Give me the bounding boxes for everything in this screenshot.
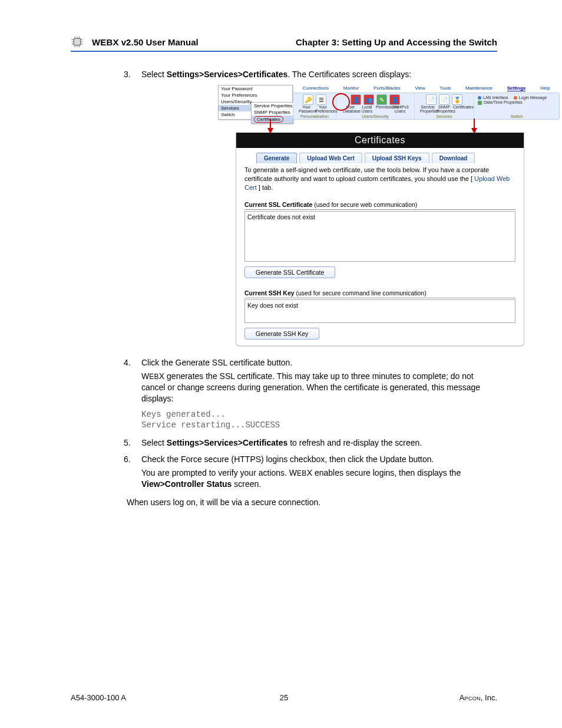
footer-company: Apcon, Inc. — [459, 693, 497, 702]
ssh-section-header: Current SSH Key (used for secure command… — [244, 289, 515, 298]
page-header: WEBX v2.50 User Manual Chapter 3: Settin… — [71, 35, 497, 52]
step-4: 4. Click the Generate SSL certificate bu… — [141, 358, 497, 431]
ribbon-toolbar: 🔑 ☰ Your Password Your Preferences Perso… — [293, 93, 560, 120]
ssh-key-textbox: Key does not exist — [244, 299, 515, 323]
tb-personalization: 🔑 ☰ Your Password Your Preferences Perso… — [293, 93, 336, 119]
breadcrumb-path: Settings>Services>Certificates — [167, 438, 287, 447]
certificates-icon[interactable]: 🏅 — [452, 94, 462, 105]
footer-doc-id: A54-3000-100 A — [71, 693, 126, 702]
snmp-props-icon[interactable]: 📄 — [439, 94, 449, 105]
header-left: WEBX v2.50 User Manual — [92, 37, 296, 47]
dd-your-password[interactable]: Your Password — [219, 85, 292, 92]
certificates-panel: Certificates Generate Upload Web Cert Up… — [236, 133, 524, 346]
tab-download[interactable]: Download — [432, 153, 475, 163]
menu-connections[interactable]: Connections — [302, 85, 328, 91]
console-output: Keys generated... Service restarting...S… — [141, 409, 497, 431]
menu-monitor[interactable]: Monitor — [343, 85, 359, 91]
lan-interface-link[interactable]: LAN Interface Login Message — [478, 95, 547, 100]
ssl-cert-textbox: Certificate does not exist — [244, 211, 515, 262]
settings-dropdown[interactable]: Your Password Your Preferences Users/Sec… — [218, 85, 293, 120]
menu-view[interactable]: View — [415, 85, 425, 91]
dd-your-preferences[interactable]: Your Preferences — [219, 92, 292, 98]
user-db-icon[interactable]: 👤 — [351, 94, 361, 105]
callout-arrows — [218, 120, 560, 136]
menu-maintenance[interactable]: Maintenance — [465, 85, 492, 91]
sub-service-properties[interactable]: Service Properties — [252, 103, 293, 109]
step-number: 4. — [124, 358, 131, 367]
step-5: 5. Select Settings>Services>Certificates… — [141, 438, 497, 447]
cert-tabs: Generate Upload Web Cert Upload SSH Keys… — [236, 148, 524, 163]
tb-services: 📄 📄 🏅 Service Properties SNMP Properties… — [415, 93, 474, 119]
tb-switch: LAN Interface Login Message Date/Time Pr… — [474, 93, 559, 119]
menubar: Connections Monitor Ports/Blades View To… — [293, 85, 560, 93]
step-3: 3. Select Settings>Services>Certificates… — [141, 70, 497, 346]
closing-paragraph: When users log on, it will be via a secu… — [127, 497, 497, 508]
generate-ssh-button[interactable]: Generate SSH Key — [244, 328, 319, 340]
password-icon[interactable]: 🔑 — [303, 94, 313, 105]
step-4-paragraph: WEBX generates the SSL certificate. This… — [141, 371, 497, 404]
tab-upload-web-cert[interactable]: Upload Web Cert — [299, 153, 362, 163]
breadcrumb-path: Settings>Services>Certificates — [167, 70, 287, 79]
service-props-icon[interactable]: 📄 — [426, 94, 437, 105]
ssl-section-header: Current SSL Certificate (used for secure… — [244, 200, 515, 210]
snmpv3-users-icon[interactable]: 👤 — [389, 94, 400, 105]
preferences-icon[interactable]: ☰ — [316, 94, 326, 105]
embedded-screenshot: Your Password Your Preferences Users/Sec… — [218, 85, 560, 346]
tab-generate[interactable]: Generate — [256, 153, 297, 163]
menu-help[interactable]: Help — [540, 85, 550, 91]
step-number: 3. — [124, 70, 131, 79]
menu-settings[interactable]: Settings — [507, 85, 526, 91]
sub-snmp-properties[interactable]: SNMP Properties — [252, 109, 293, 116]
step-6: 6. Check the Force secure (HTTPS) logins… — [141, 454, 497, 490]
tab-upload-ssh-keys[interactable]: Upload SSH Keys — [365, 153, 429, 163]
step-number: 5. — [124, 438, 131, 447]
page-footer: A54-3000-100 A 25 Apcon, Inc. — [71, 693, 497, 702]
chip-icon — [71, 35, 84, 48]
svg-rect-0 — [74, 39, 81, 45]
menu-ports-blades[interactable]: Ports/Blades — [373, 85, 400, 91]
generate-ssl-button[interactable]: Generate SSL Certificate — [244, 266, 335, 278]
footer-page-number: 25 — [280, 693, 288, 702]
permissions-icon[interactable]: ✎ — [376, 94, 387, 105]
date-time-link[interactable]: Date/Time Properties — [478, 100, 547, 105]
header-right: Chapter 3: Setting Up and Accessing the … — [296, 37, 497, 47]
highlight-circle-icon — [332, 93, 350, 111]
menu-tools[interactable]: Tools — [440, 85, 451, 91]
step-number: 6. — [124, 454, 131, 464]
step-6-paragraph: You are prompted to verify your actions.… — [141, 467, 497, 490]
local-users-icon[interactable]: 👥 — [363, 94, 374, 105]
